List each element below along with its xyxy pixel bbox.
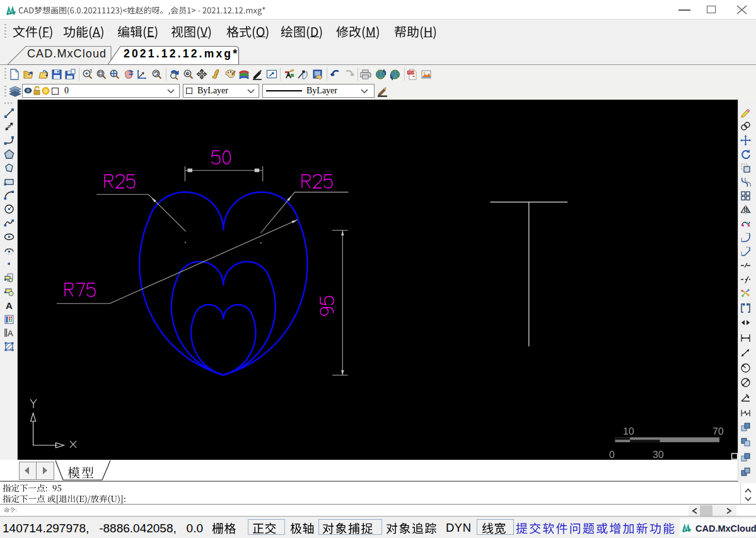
svg-text:PDF: PDF xyxy=(408,71,416,74)
svg-text:A: A xyxy=(8,329,13,338)
svg-text:A: A xyxy=(6,300,13,311)
